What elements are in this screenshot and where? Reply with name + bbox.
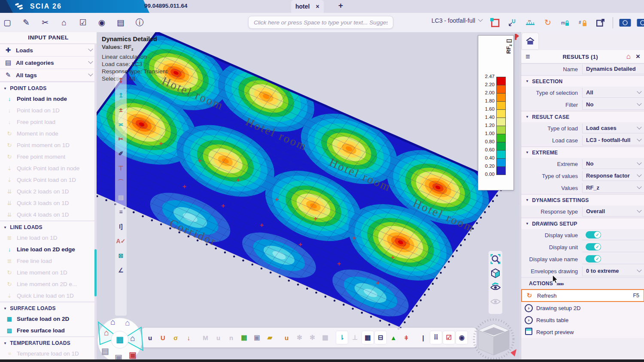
fullscreen-icon[interactable] <box>594 16 607 29</box>
section-drawing-setup[interactable]: ▼DRAWING SETUP <box>521 217 644 229</box>
model-house-blue-1[interactable]: ⌂ <box>110 317 115 327</box>
scia-logo[interactable]: SCIA 26 <box>0 0 143 13</box>
u-deformation-icon[interactable]: U <box>157 331 169 344</box>
mesh-display-icon[interactable]: ▦ <box>362 331 374 344</box>
field-value-display-value-name[interactable]: ✓ <box>582 254 644 264</box>
slope-tool-icon[interactable]: ∠ <box>116 265 126 275</box>
displacement-u-icon[interactable]: U <box>506 16 519 29</box>
slider-marker-icon[interactable]: ǂ <box>401 331 412 344</box>
panel-tool-icon[interactable]: ▤ <box>116 192 126 202</box>
load-item-line-load-on-1d[interactable]: ≣Line load on 1D <box>0 232 97 244</box>
visibility-off-icon[interactable] <box>490 296 501 307</box>
beam-tool-icon[interactable]: ⊤ <box>116 163 126 173</box>
visibility-brush-icon[interactable] <box>490 282 501 293</box>
new-tab-button[interactable]: + <box>338 1 343 10</box>
model-house-blue-2[interactable]: ⌂ <box>125 318 130 328</box>
load-case-dropdown[interactable]: LC3 - footfall-full <box>431 17 482 24</box>
load-plus-tool-icon[interactable]: ± <box>116 105 126 115</box>
point-load-tool-icon[interactable]: ↧ <box>116 75 126 86</box>
field-value-response-type[interactable]: Overall <box>582 207 644 217</box>
n-greyed-icon[interactable]: n <box>225 331 237 344</box>
toggle-display-value[interactable]: ✓ <box>586 231 601 238</box>
field-value-envelopes-drawing[interactable]: 0 to extreme <box>582 266 644 276</box>
slider-tool-icon[interactable]: | <box>417 331 429 344</box>
help-assistant-icon[interactable]: ⓘ <box>133 16 146 29</box>
tab-hotel[interactable]: hotel × <box>291 0 324 13</box>
view-eye-icon[interactable]: ◉ <box>95 16 108 29</box>
model-house-teal[interactable]: ⌂ <box>130 334 135 343</box>
center-grid-button[interactable]: ▦ <box>116 335 124 344</box>
results-tab[interactable] <box>522 33 538 49</box>
load-item-point-load-on-1d[interactable]: ↓Point load on 1D <box>0 105 97 116</box>
refresh-model-icon[interactable]: ↻ <box>541 16 554 29</box>
u-greyed-icon[interactable]: u <box>213 331 224 344</box>
load-item-quick-point-load-in-node[interactable]: ⇣Quick Point load in node <box>0 163 97 174</box>
supports-display-icon[interactable]: ⊥ <box>349 331 361 344</box>
model-stack-grey[interactable]: ▤ <box>101 346 109 356</box>
section-temperature-loads[interactable]: ▼TEMPERATURE LOADS <box>0 336 97 348</box>
tab-close-icon[interactable]: × <box>316 3 319 10</box>
load-item-free-surface-load[interactable]: ▨Free surface load <box>0 325 97 336</box>
filter-all-tags[interactable]: ✎All tags <box>0 69 97 81</box>
pin-panel-icon[interactable]: ⌂ <box>626 52 631 61</box>
solid-view-icon[interactable]: ▣ <box>251 331 263 344</box>
section-dynamics-settings[interactable]: ▼DYNAMICS SETTINGS <box>521 194 644 205</box>
load-item-free-point-moment[interactable]: ↻Free point moment <box>0 151 97 163</box>
viewport-3d[interactable]: Hotel roomHotel roomHotel roomHotel room… <box>97 32 519 362</box>
load-item-quick-2-loads-on-1d[interactable]: ⇊Quick 2 loads on 1D <box>0 186 97 197</box>
load-item-quick-4-loads-on-1d[interactable]: ⇊Quick 4 loads on 1D <box>0 209 97 220</box>
load-item-quick-line-load-on-1d[interactable]: ⇣Quick Line load on 1D <box>0 290 97 302</box>
field-value-load-case[interactable]: LC3 - footfall-full <box>582 136 644 145</box>
filter-all-categories[interactable]: ▤All categories <box>0 57 97 69</box>
paint-tool-icon[interactable]: ✐ <box>116 148 126 159</box>
cut-tool-icon[interactable]: ✂ <box>116 134 126 144</box>
point-load-up-tool-icon[interactable]: ↥ <box>116 90 126 100</box>
node-deformation-icon[interactable]: u <box>281 331 292 344</box>
calculation-gears-icon[interactable]: ✻ <box>294 331 305 344</box>
navigation-cube[interactable] <box>469 315 519 362</box>
load-item-line-load-on-2d-edge[interactable]: ↓Line load on 2D edge <box>0 244 97 255</box>
panel-close-icon[interactable]: × <box>636 52 640 61</box>
action-results-table[interactable]: ›Results table <box>521 314 644 326</box>
book-manual-icon[interactable]: ▤ <box>114 16 127 29</box>
tools-icon[interactable]: ✂ <box>39 16 52 29</box>
camera-view-1-icon[interactable] <box>619 16 632 29</box>
section-selection[interactable]: ▼SELECTION <box>521 75 644 87</box>
section-point-loads[interactable]: ▼POINT LOADS <box>0 81 97 93</box>
sigma-stress-icon[interactable]: σ <box>170 331 182 344</box>
selection-frame-icon[interactable] <box>489 16 501 29</box>
toggle-display-unit[interactable]: ✓ <box>586 243 601 250</box>
visibility-filter-icon[interactable]: ◉ <box>456 331 468 344</box>
lock-numbering-icon[interactable]: # <box>577 16 589 29</box>
section-extreme[interactable]: ▼EXTREME <box>521 146 644 158</box>
calculation-gears-f-icon[interactable]: ✻ <box>307 331 318 344</box>
check-labels-tool-icon[interactable]: A✓ <box>116 236 126 246</box>
text-cursor-tool-icon[interactable]: I] <box>116 221 126 232</box>
field-value-extreme[interactable]: No <box>582 159 644 169</box>
new-project-icon[interactable]: ▢ <box>1 16 14 29</box>
zoom-selection-icon[interactable] <box>490 254 501 264</box>
filter-loads[interactable]: ✚Loads <box>0 44 97 57</box>
field-value-values[interactable]: RF_z <box>582 183 644 193</box>
arch-tool-icon[interactable]: ⌒ <box>116 178 126 188</box>
selection-check-icon[interactable]: ☑ <box>443 331 455 344</box>
section-surface-loads[interactable]: ▼SURFACE LOADS <box>0 302 97 313</box>
load-item-quick-point-load-on-1d[interactable]: ⇣Quick Point load on 1D <box>0 174 97 186</box>
load-item-point-load-in-node[interactable]: ↓Point load in node <box>0 93 97 105</box>
mesh-hide-icon[interactable]: ⊟ <box>375 331 386 344</box>
slab-results-icon[interactable]: ▰ <box>264 331 276 344</box>
field-value-display-value[interactable]: ✓ <box>582 230 644 240</box>
field-value-type-of-values[interactable]: Response factor <box>582 171 644 181</box>
field-value-type-of-selection[interactable]: All <box>582 88 644 98</box>
field-value-name[interactable]: Dynamics Detailed <box>582 64 644 74</box>
structure-model-icon[interactable]: ⌂ <box>58 16 70 29</box>
quick-access-wheel[interactable]: ⌂⌂⌂▦⌂▤▣▣ <box>97 315 146 362</box>
camera-view-2-icon[interactable] <box>636 16 644 29</box>
search-input[interactable] <box>248 16 393 29</box>
moment-m-icon[interactable]: M <box>200 331 211 344</box>
load-item-surface-load-on-2d[interactable]: ▦Surface load on 2D <box>0 313 97 325</box>
toggle-display-value-name[interactable]: ✓ <box>586 255 601 262</box>
lock-model-icon[interactable]: m <box>559 16 572 29</box>
load-item-quick-3-loads-on-1d[interactable]: ⇊Quick 3 loads on 1D <box>0 197 97 209</box>
panel-menu-icon[interactable]: ≡ <box>526 52 530 61</box>
